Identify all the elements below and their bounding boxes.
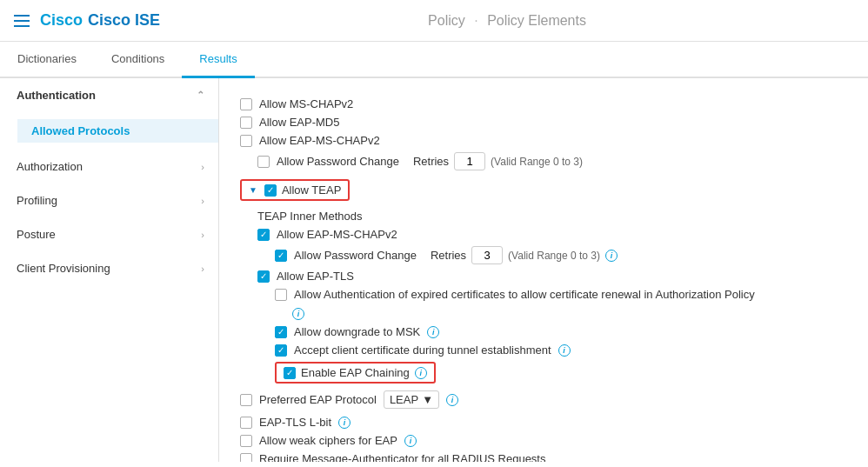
row-eap-tls-lbit: EAP-TLS L-bit i — [240, 416, 847, 429]
preferred-eap-select[interactable]: LEAP ▼ — [384, 390, 439, 409]
chevron-right-icon-posture: › — [201, 230, 204, 240]
info-icon-eap-tls-lbit[interactable]: i — [338, 417, 351, 429]
info-icon-eap-chaining[interactable]: i — [415, 367, 427, 379]
cb-allow-eap-md5[interactable] — [240, 117, 252, 129]
sidebar-item-client-provisioning[interactable]: Client Provisioning › — [0, 251, 218, 285]
teap-inner-methods-label: TEAP Inner Methods — [257, 210, 847, 223]
label-require-message-auth: Require Message-Authenticator for all RA… — [259, 452, 545, 462]
info-icon-downgrade-msk[interactable]: i — [427, 326, 439, 338]
label-allow-eap-mschapv2: Allow EAP-MS-CHAPv2 — [259, 134, 380, 147]
brand-logo: Cisco Cisco ISE — [40, 11, 160, 30]
row-accept-client-cert: Accept client certificate during tunnel … — [275, 344, 847, 357]
row-allow-downgrade-msk: Allow downgrade to MSK i — [275, 325, 847, 338]
cb-allow-auth-expired[interactable] — [275, 289, 287, 301]
chevron-right-icon-client-provisioning: › — [201, 264, 204, 274]
cb-allow-weak-ciphers[interactable] — [240, 435, 252, 447]
cb-enable-eap-chaining[interactable] — [284, 367, 296, 379]
sidebar-item-authentication[interactable]: Authentication ⌃ — [0, 78, 218, 112]
info-icon-auth-expired[interactable]: i — [292, 308, 304, 320]
brand-cisco: Cisco — [40, 11, 83, 30]
cb-teap-password-change[interactable] — [275, 250, 287, 262]
sidebar-label-authorization: Authorization — [17, 160, 83, 173]
row-allow-eap-mschapv2: Allow EAP-MS-CHAPv2 — [240, 134, 847, 147]
label-eap-tls-lbit: EAP-TLS L-bit — [259, 416, 331, 429]
preferred-eap-value: LEAP — [390, 393, 418, 406]
tab-results[interactable]: Results — [182, 42, 254, 78]
tab-conditions[interactable]: Conditions — [94, 42, 182, 78]
retries-input-1[interactable] — [454, 152, 485, 170]
label-allow-auth-expired: Allow Authentication of expired certific… — [294, 288, 755, 301]
label-teap-eap-mschapv2: Allow EAP-MS-CHAPv2 — [277, 228, 397, 241]
label-allow-teap: Allow TEAP — [282, 183, 341, 197]
info-icon-retries3[interactable]: i — [605, 250, 618, 262]
valid-range-1: (Valid Range 0 to 3) — [491, 156, 583, 168]
teap-header: ▼ Allow TEAP — [240, 179, 350, 201]
main-layout: Authentication ⌃ Allowed Protocols Autho… — [0, 78, 868, 462]
label-allow-eap-tls: Allow EAP-TLS — [277, 270, 354, 283]
row-require-message-auth: Require Message-Authenticator for all RA… — [240, 452, 847, 462]
label-enable-eap-chaining: Enable EAP Chaining — [301, 366, 410, 379]
label-allow-mschapv2: Allow MS-CHAPv2 — [259, 97, 353, 110]
retries-label-1: Retries — [413, 155, 449, 168]
sidebar-label-posture: Posture — [17, 228, 56, 241]
valid-range-3: (Valid Range 0 to 3) — [508, 250, 600, 262]
row-allow-eap-md5: Allow EAP-MD5 — [240, 116, 847, 129]
label-preferred-eap: Preferred EAP Protocol — [259, 393, 377, 406]
label-allow-password-change: Allow Password Change — [277, 155, 399, 168]
cb-allow-eap-mschapv2[interactable] — [240, 135, 252, 147]
cb-require-message-auth[interactable] — [240, 453, 252, 463]
row-teap-allow-eap-mschapv2: Allow EAP-MS-CHAPv2 — [257, 228, 847, 241]
info-icon-weak-ciphers[interactable]: i — [404, 435, 417, 447]
cb-teap-eap-mschapv2[interactable] — [257, 229, 270, 241]
cb-eap-tls-lbit[interactable] — [240, 417, 252, 429]
sidebar-sub-authentication: Allowed Protocols — [0, 112, 218, 150]
label-allow-downgrade-msk: Allow downgrade to MSK — [294, 325, 420, 338]
teap-expand-arrow[interactable]: ▼ — [249, 185, 257, 195]
row-allow-weak-ciphers: Allow weak ciphers for EAP i — [240, 434, 847, 447]
label-accept-client-cert: Accept client certificate during tunnel … — [294, 344, 551, 357]
row-allow-eap-tls: Allow EAP-TLS — [257, 270, 847, 283]
cb-allow-eap-tls[interactable] — [257, 270, 270, 283]
label-allow-weak-ciphers: Allow weak ciphers for EAP — [259, 434, 397, 447]
sidebar-label-profiling: Profiling — [17, 194, 57, 207]
retries-label-3: Retries — [431, 249, 466, 262]
retries-group-3: Retries (Valid Range 0 to 3) i — [431, 246, 618, 264]
label-allow-eap-md5: Allow EAP-MD5 — [259, 116, 339, 129]
row-allow-password-change: Allow Password Change Retries (Valid Ran… — [257, 152, 847, 170]
row-teap-password-change: Allow Password Change Retries (Valid Ran… — [275, 246, 847, 264]
row-preferred-eap: Preferred EAP Protocol LEAP ▼ i — [240, 390, 847, 409]
sidebar-label-client-provisioning: Client Provisioning — [17, 262, 110, 275]
sidebar-item-posture[interactable]: Posture › — [0, 217, 218, 251]
eap-chaining-row: Enable EAP Chaining i — [275, 362, 436, 384]
retries-group-1: Retries (Valid Range 0 to 3) — [413, 152, 583, 170]
sidebar-item-authorization[interactable]: Authorization › — [0, 150, 218, 183]
top-nav: Cisco Cisco ISE Policy · Policy Elements — [0, 0, 868, 42]
page-title: Policy · Policy Elements — [160, 13, 854, 29]
sidebar: Authentication ⌃ Allowed Protocols Autho… — [0, 78, 219, 462]
brand-ise: Cisco ISE — [88, 11, 160, 30]
cb-allow-teap[interactable] — [264, 184, 277, 197]
cb-allow-mschapv2[interactable] — [240, 98, 252, 110]
label-teap-password-change: Allow Password Change — [294, 249, 417, 262]
cb-allow-password-change[interactable] — [257, 156, 270, 168]
tab-dictionaries[interactable]: Dictionaries — [0, 42, 94, 78]
chevron-right-icon-profiling: › — [201, 196, 204, 206]
info-icon-accept-client-cert[interactable]: i — [558, 344, 571, 357]
chevron-up-icon: ⌃ — [197, 90, 204, 101]
row-allow-auth-expired: Allow Authentication of expired certific… — [275, 288, 847, 301]
main-content: Allow MS-CHAPv2 Allow EAP-MD5 Allow EAP-… — [219, 78, 868, 462]
sidebar-item-profiling[interactable]: Profiling › — [0, 183, 218, 217]
cb-accept-client-cert[interactable] — [275, 344, 287, 357]
tab-bar: Dictionaries Conditions Results — [0, 42, 868, 78]
row-allow-mschapv2: Allow MS-CHAPv2 — [240, 97, 847, 110]
sidebar-label-authentication: Authentication — [17, 89, 96, 102]
sidebar-item-allowed-protocols[interactable]: Allowed Protocols — [17, 119, 218, 143]
chevron-right-icon-authorization: › — [201, 162, 204, 172]
cb-allow-downgrade-msk[interactable] — [275, 326, 287, 338]
hamburger-menu[interactable] — [14, 15, 30, 27]
retries-input-3[interactable] — [471, 246, 503, 264]
dropdown-arrow-icon: ▼ — [422, 393, 433, 406]
info-icon-preferred-eap[interactable]: i — [446, 394, 458, 406]
cb-preferred-eap[interactable] — [240, 394, 252, 406]
